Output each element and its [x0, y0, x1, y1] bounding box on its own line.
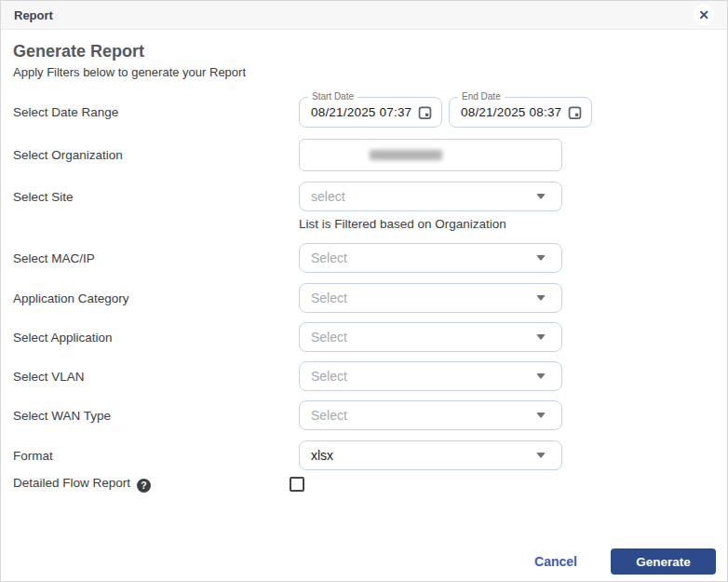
row-wan-type: Select WAN Type Select — [13, 400, 715, 430]
modal-header: Report ✕ — [1, 1, 727, 30]
row-application-category: Application Category Select — [13, 283, 715, 313]
help-icon[interactable]: ? — [137, 479, 151, 493]
site-select[interactable]: select — [299, 182, 562, 211]
dropdown-arrow-icon — [536, 453, 546, 458]
calendar-icon[interactable] — [566, 103, 584, 121]
organization-input[interactable] — [299, 139, 562, 171]
end-date-field[interactable]: End Date 08/21/2025 08:37 — [449, 97, 592, 128]
row-site: Select Site select — [13, 182, 715, 211]
calendar-icon[interactable] — [416, 103, 434, 121]
row-mac-ip: Select MAC/IP Select — [13, 243, 715, 273]
dropdown-arrow-icon — [536, 255, 546, 261]
page-subtitle: Apply Filters below to generate your Rep… — [13, 65, 715, 79]
modal-footer: Cancel Generate — [534, 548, 716, 575]
vlan-label: Select VLAN — [13, 370, 299, 384]
mac-ip-select[interactable]: Select — [299, 243, 562, 273]
date-fields: Start Date 08/21/2025 07:37 End Date 08/… — [299, 97, 592, 128]
row-date-range: Select Date Range Start Date 08/21/2025 … — [13, 97, 715, 128]
start-date-value: 08/21/2025 07:37 — [311, 105, 416, 119]
vlan-select-placeholder: Select — [311, 369, 347, 384]
date-range-label: Select Date Range — [13, 105, 299, 119]
generate-report-modal: Report ✕ Generate Report Apply Filters b… — [0, 0, 728, 582]
organization-masked-value — [370, 150, 442, 160]
row-application: Select Application Select — [13, 322, 715, 352]
detailed-flow-report-label: Detailed Flow Report? — [13, 476, 299, 493]
detailed-flow-report-checkbox[interactable] — [290, 477, 304, 492]
application-category-label: Application Category — [13, 291, 299, 305]
site-select-placeholder: select — [311, 189, 345, 204]
modal-content: Generate Report Apply Filters below to g… — [1, 30, 727, 493]
application-label: Select Application — [13, 331, 299, 345]
wan-type-select[interactable]: Select — [299, 400, 562, 430]
row-format: Format xlsx — [13, 440, 715, 470]
site-helper-text: List is Filtered based on Organization — [299, 217, 715, 231]
row-organization: Select Organization — [13, 139, 715, 171]
dropdown-arrow-icon — [536, 334, 546, 340]
start-date-field[interactable]: Start Date 08/21/2025 07:37 — [299, 97, 442, 128]
wan-type-label: Select WAN Type — [13, 409, 299, 423]
organization-label: Select Organization — [13, 148, 299, 162]
vlan-select[interactable]: Select — [299, 361, 562, 391]
site-label: Select Site — [13, 190, 299, 204]
mac-ip-label: Select MAC/IP — [13, 251, 299, 265]
modal-header-title: Report — [14, 8, 53, 22]
end-date-float-label: End Date — [458, 91, 505, 102]
mac-ip-select-placeholder: Select — [311, 250, 347, 265]
application-select[interactable]: Select — [299, 322, 562, 352]
application-category-select-placeholder: Select — [311, 291, 347, 305]
generate-button[interactable]: Generate — [611, 548, 716, 575]
end-date-value: 08/21/2025 08:37 — [461, 105, 566, 119]
dropdown-arrow-icon — [536, 194, 546, 199]
application-category-select[interactable]: Select — [299, 283, 562, 313]
start-date-float-label: Start Date — [308, 91, 357, 102]
close-icon[interactable]: ✕ — [694, 5, 714, 25]
dropdown-arrow-icon — [536, 373, 546, 379]
format-select[interactable]: xlsx — [299, 440, 562, 470]
row-vlan: Select VLAN Select — [13, 361, 715, 391]
dropdown-arrow-icon — [536, 295, 546, 301]
format-label: Format — [13, 449, 299, 463]
cancel-button[interactable]: Cancel — [534, 554, 577, 569]
application-select-placeholder: Select — [311, 330, 347, 345]
detailed-flow-report-label-text: Detailed Flow Report — [13, 476, 130, 490]
row-detailed-flow-report: Detailed Flow Report? — [13, 476, 715, 493]
dropdown-arrow-icon — [536, 413, 546, 418]
page-title: Generate Report — [13, 42, 715, 61]
format-select-value: xlsx — [311, 448, 333, 463]
wan-type-select-placeholder: Select — [311, 408, 347, 423]
